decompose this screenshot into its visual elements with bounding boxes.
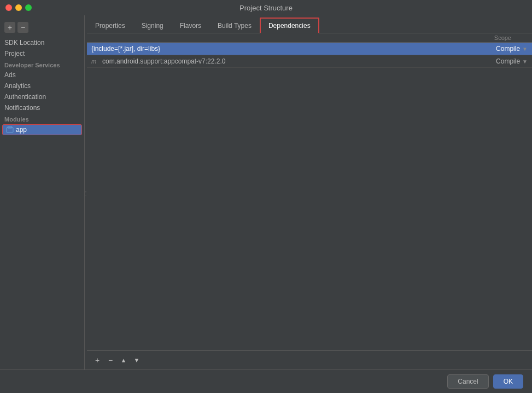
sidebar: + − SDK Location Project Developer Servi… xyxy=(0,15,85,369)
main-layout: + − SDK Location Project Developer Servi… xyxy=(0,15,532,369)
sidebar-item-analytics[interactable]: Analytics xyxy=(0,80,84,91)
maximize-button[interactable] xyxy=(25,4,32,11)
footer: Cancel OK xyxy=(0,369,532,393)
sidebar-top: + − xyxy=(0,20,84,37)
sidebar-item-notifications[interactable]: Notifications xyxy=(0,102,84,113)
remove-dependency-button[interactable]: − xyxy=(104,354,116,366)
sidebar-item-project[interactable]: Project xyxy=(0,48,84,59)
add-dependency-button[interactable]: + xyxy=(91,354,103,366)
close-button[interactable] xyxy=(5,4,12,11)
content-area: Properties Signing Flavors Build Types D… xyxy=(87,15,532,369)
sidebar-item-app[interactable]: app xyxy=(2,124,82,135)
cancel-button[interactable]: Cancel xyxy=(447,374,488,389)
tab-properties[interactable]: Properties xyxy=(87,18,133,33)
window-controls xyxy=(5,4,32,11)
sidebar-add-button[interactable]: + xyxy=(4,22,15,33)
app-module-icon xyxy=(6,126,14,134)
sidebar-section-developer-services: Developer Services xyxy=(0,59,84,70)
scope-header-label: Scope xyxy=(494,34,528,41)
scope-dropdown-arrow[interactable]: ▼ xyxy=(522,59,528,65)
tab-bar: Properties Signing Flavors Build Types D… xyxy=(87,15,532,33)
move-up-button[interactable]: ▲ xyxy=(118,354,130,366)
table-row[interactable]: m com.android.support:appcompat-v7:22.2.… xyxy=(87,55,532,68)
table-rows: {include=[*.jar], dir=libs} Compile ▼ m … xyxy=(87,43,532,350)
sidebar-section-modules: Modules xyxy=(0,113,84,124)
tab-build-types[interactable]: Build Types xyxy=(209,18,260,33)
table-row[interactable]: {include=[*.jar], dir=libs} Compile ▼ xyxy=(87,43,532,55)
bottom-toolbar: + − ▲ ▼ xyxy=(87,350,532,369)
dependency-name: com.android.support:appcompat-v7:22.2.0 xyxy=(102,57,473,65)
sidebar-item-authentication[interactable]: Authentication xyxy=(0,91,84,102)
titlebar: Project Structure xyxy=(0,0,532,15)
window-title: Project Structure xyxy=(239,4,293,12)
ok-button[interactable]: OK xyxy=(493,374,523,389)
sidebar-item-ads[interactable]: Ads xyxy=(0,70,84,80)
tab-dependencies[interactable]: Dependencies xyxy=(260,18,319,33)
sidebar-item-sdk-location[interactable]: SDK Location xyxy=(0,37,84,48)
tab-flavors[interactable]: Flavors xyxy=(172,18,209,33)
tab-signing[interactable]: Signing xyxy=(133,18,172,33)
table-header: Scope xyxy=(87,33,532,43)
scope-cell: Compile ▼ xyxy=(473,45,528,53)
move-down-button[interactable]: ▼ xyxy=(131,354,143,366)
maven-icon: m xyxy=(91,58,100,65)
dependencies-table: Scope {include=[*.jar], dir=libs} Compil… xyxy=(87,33,532,369)
dependency-name: {include=[*.jar], dir=libs} xyxy=(91,45,473,53)
minimize-button[interactable] xyxy=(15,4,22,11)
scope-cell: Compile ▼ xyxy=(473,57,528,65)
sidebar-remove-button[interactable]: − xyxy=(17,22,28,33)
sidebar-splitter[interactable] xyxy=(85,15,87,369)
scope-dropdown-arrow[interactable]: ▼ xyxy=(522,46,528,52)
